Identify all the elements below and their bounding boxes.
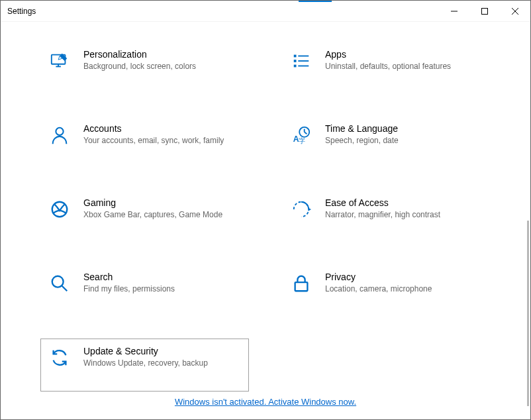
tile-text: Gaming Xbox Game Bar, captures, Game Mod…: [83, 197, 240, 221]
tile-time-language[interactable]: A 字 Time & Language Speech, region, date: [282, 116, 491, 169]
tile-search[interactable]: Search Find my files, permissions: [40, 264, 249, 317]
tile-desc: Windows Update, recovery, backup: [83, 358, 240, 369]
tile-title: Update & Security: [83, 346, 240, 356]
tile-title: Ease of Access: [325, 197, 482, 208]
personalization-icon: [49, 50, 70, 72]
svg-rect-9: [294, 60, 297, 62]
svg-rect-7: [294, 55, 297, 58]
tile-privacy[interactable]: Privacy Location, camera, microphone: [282, 264, 491, 317]
update-security-icon: [49, 347, 70, 368]
svg-rect-8: [298, 56, 309, 57]
tile-text: Time & Language Speech, region, date: [325, 123, 482, 146]
svg-rect-10: [298, 60, 309, 62]
tile-desc: Narrator, magnifier, high contrast: [325, 209, 482, 221]
tile-desc: Background, lock screen, colors: [83, 61, 240, 72]
window-controls: [439, 1, 530, 21]
svg-line-16: [305, 132, 307, 134]
tile-title: Accounts: [83, 123, 240, 134]
titlebar-accent: [299, 0, 332, 2]
tile-title: Time & Language: [325, 123, 482, 134]
tile-ease-of-access[interactable]: Ease of Access Narrator, magnifier, high…: [282, 190, 491, 243]
minimize-button[interactable]: [439, 1, 469, 22]
svg-rect-12: [298, 66, 309, 67]
tile-text: Accounts Your accounts, email, sync, wor…: [83, 123, 240, 146]
tile-desc: Location, camera, microphone: [325, 284, 482, 295]
tile-desc: Speech, region, date: [325, 135, 482, 146]
activation-link[interactable]: Windows isn't activated. Activate Window…: [175, 397, 356, 407]
tile-text: Ease of Access Narrator, magnifier, high…: [325, 197, 482, 221]
tile-text: Personalization Background, lock screen,…: [83, 49, 240, 72]
tile-gaming[interactable]: Gaming Xbox Game Bar, captures, Game Mod…: [40, 190, 249, 243]
maximize-button[interactable]: [469, 1, 500, 22]
tile-update-security[interactable]: Update & Security Windows Update, recove…: [40, 339, 249, 392]
accounts-icon: [49, 125, 70, 146]
tile-title: Privacy: [325, 272, 482, 282]
tile-text: Update & Security Windows Update, recove…: [83, 346, 240, 369]
scrollbar[interactable]: [527, 221, 529, 406]
tile-text: Apps Uninstall, defaults, optional featu…: [325, 49, 482, 72]
content-area: Personalization Background, lock screen,…: [1, 22, 530, 419]
close-button[interactable]: [500, 1, 530, 22]
svg-rect-23: [295, 282, 308, 291]
tile-accounts[interactable]: Accounts Your accounts, email, sync, wor…: [40, 116, 249, 169]
svg-rect-11: [294, 65, 297, 68]
tile-title: Search: [83, 272, 240, 282]
tile-personalization[interactable]: Personalization Background, lock screen,…: [40, 42, 249, 95]
search-icon: [49, 273, 70, 294]
tile-title: Personalization: [83, 49, 240, 60]
titlebar: Settings: [1, 1, 530, 22]
svg-text:字: 字: [299, 137, 305, 144]
tile-desc: Find my files, permissions: [83, 284, 240, 295]
privacy-icon: [291, 273, 312, 294]
svg-point-21: [52, 276, 64, 288]
tile-text: Privacy Location, camera, microphone: [325, 272, 482, 295]
gaming-icon: [49, 199, 70, 220]
apps-icon: [291, 50, 312, 72]
svg-point-13: [56, 128, 63, 135]
tile-desc: Your accounts, email, sync, work, family: [83, 135, 240, 146]
activation-notice: Windows isn't activated. Activate Window…: [1, 395, 530, 407]
tile-desc: Xbox Game Bar, captures, Game Mode: [83, 209, 240, 221]
svg-line-22: [62, 286, 68, 291]
tile-title: Gaming: [83, 197, 240, 208]
svg-rect-1: [482, 9, 488, 15]
tile-apps[interactable]: Apps Uninstall, defaults, optional featu…: [282, 42, 491, 95]
tile-desc: Uninstall, defaults, optional features: [325, 61, 482, 72]
tile-title: Apps: [325, 49, 482, 60]
time-language-icon: A 字: [291, 125, 312, 146]
settings-grid: Personalization Background, lock screen,…: [40, 42, 491, 392]
tile-text: Search Find my files, permissions: [83, 272, 240, 295]
ease-of-access-icon: [291, 199, 312, 220]
window-title: Settings: [1, 7, 36, 16]
